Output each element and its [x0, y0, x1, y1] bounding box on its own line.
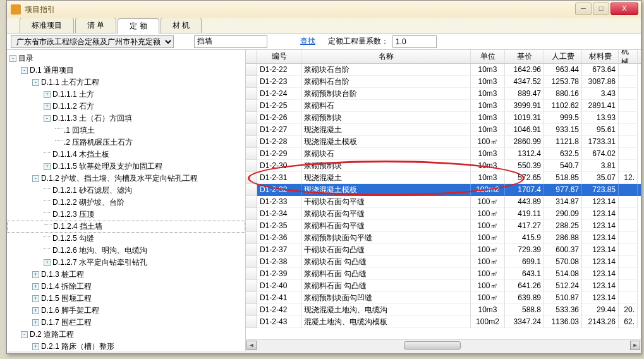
tree-item[interactable]: +D.1.4 拆除工程 — [7, 281, 245, 293]
tree-item[interactable]: +D.1.3 桩工程 — [7, 269, 245, 281]
expand-icon[interactable]: + — [32, 319, 39, 326]
scroll-thumb[interactable] — [404, 341, 461, 350]
table-row[interactable]: D1-2-24浆砌预制块台阶10m3889.47880.163.43 — [246, 88, 641, 100]
tree-item[interactable]: -D.1.1 土石方工程 — [7, 76, 245, 88]
cell-dw: 10m3 — [471, 160, 505, 172]
expand-icon[interactable]: + — [32, 307, 39, 314]
expand-icon[interactable]: + — [32, 283, 39, 290]
collapse-icon[interactable]: - — [9, 55, 16, 62]
cell-bh: D1-2-25 — [257, 100, 301, 112]
tree-item[interactable]: +D.1.1.1 土方 — [7, 88, 245, 100]
table-row[interactable]: D1-2-32现浇混凝土模板100m21707.4977.67723.85 — [246, 184, 641, 196]
cell-bh: D1-2-24 — [257, 88, 301, 100]
minimize-button[interactable]: ─ — [575, 3, 592, 15]
table-row[interactable]: D1-2-40浆砌料石面 勾凸缝100㎡641.26512.24123.14 — [246, 280, 641, 292]
table-row[interactable]: D1-2-38浆砌块石面 勾凸缝100㎡699.1570.08123.14 — [246, 256, 641, 268]
tree-item[interactable]: D.1.2.2 砌护坡、台阶 — [7, 197, 245, 209]
expand-icon[interactable]: + — [32, 271, 39, 278]
h-scrollbar[interactable]: ◄ ► — [246, 339, 641, 351]
table-row[interactable]: D1-2-43混凝土地沟、电缆沟模板100m23347.241136.03214… — [246, 316, 641, 328]
grid-body[interactable]: D1-2-22浆砌块石台阶10m31642.96963.44673.64D1-2… — [246, 64, 641, 339]
cell-cl: 123.14 — [582, 256, 619, 268]
tab-标准项目[interactable]: 标准项目 — [20, 18, 74, 33]
expand-icon[interactable]: + — [44, 103, 51, 110]
tree-item[interactable]: -D.1 通用项目 — [7, 64, 245, 76]
table-row[interactable]: D1-2-29浆砌块石10m31312.4632.5674.02 — [246, 148, 641, 160]
cell-rg: 512.24 — [544, 280, 582, 292]
table-row[interactable]: D1-2-28现浇混凝土模板100㎡2860.991121.81733.31 — [246, 136, 641, 148]
expand-icon[interactable]: + — [32, 295, 39, 302]
table-row[interactable]: D1-2-35浆砌料石面勾平缝100㎡417.27288.25123.14 — [246, 220, 641, 232]
tree-item[interactable]: +D.1.5 围堰工程 — [7, 293, 245, 305]
collapse-icon[interactable]: - — [21, 67, 28, 74]
book-select[interactable]: 广东省市政工程综合定额及广州市补充定额(2010)(增 — [11, 35, 174, 48]
table-row[interactable]: D1-2-42现浇混凝土地沟、电缆沟10m3588.8533.3629.4420… — [246, 304, 641, 316]
tree-item[interactable]: +D.1.1.5 软基处理及支护加固工程 — [7, 161, 245, 173]
tree-item[interactable]: D.1.2.4 挡土墙 — [7, 221, 245, 233]
table-row[interactable]: D1-2-27现浇混凝土10m31046.91933.1595.61 — [246, 124, 641, 136]
table-row[interactable]: D1-2-31现浇混凝土10m3572.65518.8535.0712. — [246, 172, 641, 184]
tree-item[interactable]: D.1.2.6 地沟、明沟、电缆沟 — [7, 245, 245, 257]
tree-item[interactable]: -目录 — [7, 52, 245, 64]
filter-input[interactable] — [194, 35, 267, 48]
tree-item[interactable]: D.1.2.1 砂石滤层、滤沟 — [7, 185, 245, 197]
cell-mc: 浆砌预制块台阶 — [301, 88, 471, 100]
collapse-icon[interactable]: - — [32, 175, 39, 182]
tree-item[interactable]: +D.2.1 路床（槽）整形 — [7, 341, 245, 351]
cell-jj: 550.39 — [505, 160, 544, 172]
scroll-left-icon[interactable]: ◄ — [246, 341, 257, 350]
tree-item[interactable]: D.1.2.3 压顶 — [7, 209, 245, 221]
cell-dw: 10m3 — [471, 88, 505, 100]
close-button[interactable]: X — [611, 3, 638, 15]
table-row[interactable]: D1-2-25浆砌料石10m33999.911102.622891.41 — [246, 100, 641, 112]
tab-材机[interactable]: 材 机 — [161, 18, 202, 33]
row-header — [246, 124, 257, 136]
tree-item[interactable]: -D.1.2 护坡、挡土墙、沟槽及水平定向钻孔工程 — [7, 173, 245, 185]
collapse-icon[interactable]: - — [21, 331, 28, 338]
coef-input[interactable] — [392, 35, 437, 48]
tree-label: D.1.4 拆除工程 — [41, 281, 92, 292]
table-row[interactable]: D1-2-22浆砌块石台阶10m31642.96963.44673.64 — [246, 64, 641, 76]
table-row[interactable]: D1-2-41浆砌预制块面勾凹缝100㎡639.89510.87123.14 — [246, 292, 641, 304]
scroll-right-icon[interactable]: ► — [630, 341, 640, 350]
tree-item[interactable]: .1 回填土 — [7, 125, 245, 137]
tree-item[interactable]: +D.1.6 脚手架工程 — [7, 305, 245, 317]
tree-item[interactable]: -D.2 道路工程 — [7, 329, 245, 341]
expand-icon[interactable]: + — [44, 259, 51, 266]
tree-item[interactable]: +D.1.1.2 石方 — [7, 100, 245, 113]
col-bh[interactable]: 编号 — [257, 50, 301, 63]
table-row[interactable]: D1-2-37干砌块石面勾凸缝100㎡729.39600.37123.14 — [246, 244, 641, 256]
collapse-icon[interactable]: - — [32, 79, 39, 86]
tab-清单[interactable]: 清 单 — [75, 18, 116, 33]
expand-icon[interactable]: + — [44, 163, 51, 170]
maximize-button[interactable]: □ — [593, 3, 609, 15]
expand-icon[interactable]: + — [44, 91, 51, 98]
table-row[interactable]: D1-2-26浆砌预制块10m31019.31999.513.93 — [246, 112, 641, 124]
col-mc[interactable]: 名称 — [301, 50, 471, 63]
cell-cl: 123.14 — [582, 220, 619, 232]
col-dw[interactable]: 单位 — [471, 50, 505, 63]
tree-item[interactable]: D.1.1.4 木挡土板 — [7, 149, 245, 161]
tree-item[interactable]: -D.1.1.3 土（石）方回填 — [7, 113, 245, 125]
tree-item[interactable]: +D.1.7 围栏工程 — [7, 317, 245, 329]
table-row[interactable]: D1-2-30浆砌预制块10m3550.39540.73.81 — [246, 160, 641, 172]
col-cl[interactable]: 材料费 — [582, 50, 619, 63]
table-row[interactable]: D1-2-36浆砌预制块面勾平缝100㎡415.9286.88123.14 — [246, 232, 641, 244]
tree-panel[interactable]: -目录-D.1 通用项目-D.1.1 土石方工程+D.1.1.1 土方+D.1.… — [7, 50, 246, 351]
col-jx[interactable]: 机械 — [619, 50, 638, 63]
tree-item[interactable]: D.1.2.5 勾缝 — [7, 233, 245, 245]
table-row[interactable]: D1-2-39浆砌料石面 勾凸缝100㎡643.1514.08123.14 — [246, 268, 641, 280]
col-jj[interactable]: 基价 — [505, 50, 544, 63]
col-rg[interactable]: 人工费 — [544, 50, 582, 63]
tree-item[interactable]: +D.1.2.7 水平定向钻牵引钻孔 — [7, 257, 245, 269]
table-row[interactable]: D1-2-33干砌块石面勾平缝100㎡443.89314.87123.14 — [246, 196, 641, 208]
search-link[interactable]: 查找 — [300, 36, 315, 47]
table-row[interactable]: D1-2-34浆砌块石面勾平缝100㎡419.11290.09123.14 — [246, 208, 641, 220]
tab-定额[interactable]: 定 额 — [118, 18, 159, 33]
cell-mc: 现浇混凝土模板 — [301, 136, 471, 148]
table-row[interactable]: D1-2-23浆砌料石台阶10m34347.521253.783087.86 — [246, 76, 641, 88]
collapse-icon[interactable]: - — [44, 115, 51, 122]
tree-item[interactable]: .2 压路机碾压土石方 — [7, 137, 245, 149]
expand-icon[interactable]: + — [32, 343, 39, 350]
cell-mc: 干砌块石面勾平缝 — [301, 196, 471, 208]
